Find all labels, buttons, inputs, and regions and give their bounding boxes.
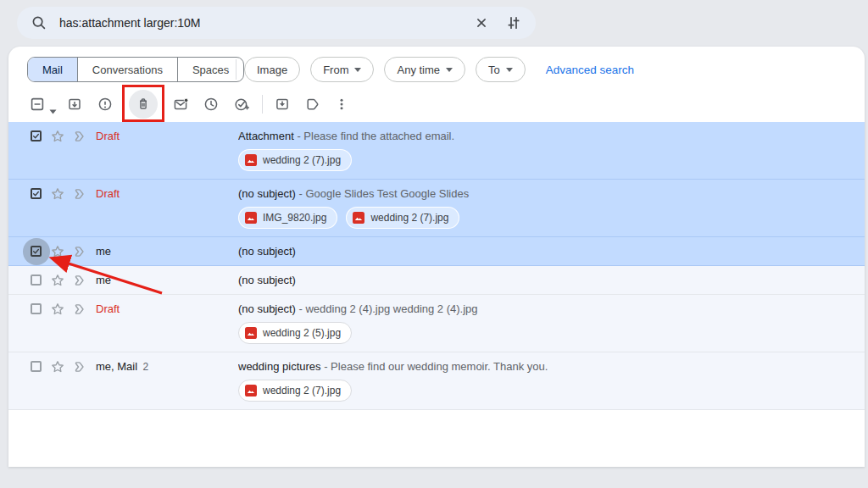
star-icon[interactable] bbox=[49, 272, 66, 289]
attachment-chips: wedding 2 (7).jpg bbox=[238, 380, 352, 402]
delete-button[interactable] bbox=[129, 90, 158, 119]
search-bar[interactable]: has:attachment larger:10M bbox=[17, 7, 536, 39]
email-list: DraftAttachment - Please find the attach… bbox=[8, 122, 865, 410]
star-icon[interactable] bbox=[49, 243, 66, 260]
row-sender: Draft bbox=[96, 122, 236, 151]
row-subject-line: wedding pictures - Please find our weddi… bbox=[238, 352, 853, 381]
result-tab-spaces[interactable]: Spaces bbox=[177, 58, 243, 81]
email-row[interactable]: Draft(no subject) - Google Slides Test G… bbox=[8, 180, 865, 237]
attachment-chip[interactable]: wedding 2 (5).jpg bbox=[238, 322, 352, 344]
list-toolbar bbox=[8, 87, 865, 121]
attachment-chips: wedding 2 (7).jpg bbox=[238, 149, 352, 171]
row-subject-line: (no subject) bbox=[238, 266, 853, 295]
attachment-chip[interactable]: wedding 2 (7).jpg bbox=[346, 207, 459, 229]
subject-text: (no subject) bbox=[238, 274, 296, 286]
filter-chip-image[interactable]: Image bbox=[244, 57, 300, 82]
sender-name: me bbox=[96, 245, 111, 258]
snippet-text: - Please find our wedding memoir. Thank … bbox=[321, 360, 548, 373]
result-tab-mail[interactable]: Mail bbox=[28, 58, 77, 81]
row-sender: me bbox=[96, 237, 236, 266]
subject-text: (no subject) bbox=[238, 187, 296, 200]
chevron-down-icon bbox=[446, 68, 453, 72]
importance-marker-icon[interactable] bbox=[72, 358, 89, 375]
email-row[interactable]: me(no subject) bbox=[8, 237, 865, 266]
sender-name: me, Mail bbox=[96, 360, 137, 373]
email-row[interactable]: Draft(no subject) - wedding 2 (4).jpg we… bbox=[8, 295, 865, 352]
archive-button[interactable] bbox=[61, 91, 88, 118]
importance-marker-icon[interactable] bbox=[72, 272, 89, 289]
archive-icon bbox=[66, 96, 83, 113]
row-checkbox[interactable] bbox=[31, 246, 42, 257]
subject-text: Attachment bbox=[238, 130, 294, 142]
importance-marker-icon[interactable] bbox=[72, 243, 89, 260]
clock-icon bbox=[203, 96, 220, 113]
image-attachment-icon bbox=[353, 212, 364, 224]
attachment-name: IMG_9820.jpg bbox=[263, 212, 326, 224]
trash-icon bbox=[135, 96, 152, 113]
row-subject-line: (no subject) - wedding 2 (4).jpg wedding… bbox=[238, 295, 853, 324]
filter-chip-label: To bbox=[488, 64, 500, 76]
alert-circle-icon bbox=[97, 96, 114, 113]
email-row[interactable]: DraftAttachment - Please find the attach… bbox=[8, 122, 865, 180]
row-checkbox[interactable] bbox=[31, 130, 42, 141]
subject-text: (no subject) bbox=[238, 302, 296, 315]
result-type-tabs-row: MailConversationsSpaces ImageFromAny tim… bbox=[8, 57, 865, 82]
checkbox-indeterminate-icon bbox=[29, 96, 46, 113]
importance-marker-icon[interactable] bbox=[72, 128, 89, 145]
filter-chip-to[interactable]: To bbox=[476, 57, 526, 82]
filter-chip-any-time[interactable]: Any time bbox=[384, 57, 465, 82]
row-checkbox[interactable] bbox=[31, 303, 42, 314]
snippet-text: - Google Slides Test Google Slides bbox=[296, 187, 469, 200]
subject-text: wedding pictures bbox=[238, 360, 321, 373]
sender-name: Draft bbox=[96, 187, 120, 200]
result-type-segmented-control: MailConversationsSpaces bbox=[27, 57, 244, 82]
labels-button[interactable] bbox=[299, 91, 326, 118]
chevron-down-icon bbox=[506, 68, 513, 72]
label-tag-icon bbox=[304, 96, 321, 113]
search-icon bbox=[29, 13, 49, 33]
row-sender: me, Mail 2 bbox=[96, 352, 236, 381]
filter-chip-label: From bbox=[323, 64, 348, 76]
row-checkbox[interactable] bbox=[31, 361, 42, 372]
row-subject-line: (no subject) - Google Slides Test Google… bbox=[238, 180, 853, 208]
search-options-tune-icon[interactable] bbox=[504, 13, 524, 33]
snooze-button[interactable] bbox=[198, 91, 225, 118]
select-all-button[interactable] bbox=[24, 91, 51, 118]
move-to-button[interactable] bbox=[269, 91, 296, 118]
attachment-name: wedding 2 (7).jpg bbox=[263, 385, 341, 396]
attachment-name: wedding 2 (5).jpg bbox=[263, 327, 341, 339]
importance-marker-icon[interactable] bbox=[72, 186, 89, 202]
report-spam-button[interactable] bbox=[92, 91, 119, 118]
importance-marker-icon[interactable] bbox=[72, 301, 89, 318]
row-checkbox[interactable] bbox=[31, 274, 42, 286]
snippet-text: - Please find the attached email. bbox=[294, 130, 454, 142]
image-attachment-icon bbox=[245, 327, 257, 339]
filter-chip-from[interactable]: From bbox=[310, 57, 374, 82]
star-icon[interactable] bbox=[49, 358, 66, 375]
email-row[interactable]: me(no subject) bbox=[8, 266, 865, 295]
star-icon[interactable] bbox=[49, 301, 66, 318]
chevron-down-icon bbox=[354, 68, 361, 72]
row-sender: Draft bbox=[96, 180, 236, 208]
email-row[interactable]: me, Mail 2wedding pictures - Please find… bbox=[8, 352, 865, 410]
attachment-chip[interactable]: IMG_9820.jpg bbox=[238, 207, 337, 229]
attachment-name: wedding 2 (7).jpg bbox=[370, 212, 448, 224]
star-icon[interactable] bbox=[49, 128, 66, 145]
mark-unread-button[interactable] bbox=[167, 91, 194, 118]
search-input[interactable]: has:attachment larger:10M bbox=[59, 16, 471, 30]
tabs-filters-divider bbox=[236, 59, 236, 80]
more-button[interactable] bbox=[328, 91, 355, 118]
star-icon[interactable] bbox=[49, 186, 66, 202]
row-checkbox[interactable] bbox=[31, 188, 42, 199]
attachment-chip[interactable]: wedding 2 (7).jpg bbox=[238, 149, 352, 171]
row-sender: Draft bbox=[96, 295, 236, 324]
clear-search-icon[interactable] bbox=[471, 13, 492, 33]
advanced-search-link[interactable]: Advanced search bbox=[546, 64, 634, 76]
search-filter-chips: ImageFromAny timeToAdvanced search bbox=[244, 57, 634, 82]
row-sender: me bbox=[96, 266, 236, 295]
add-to-tasks-button[interactable] bbox=[228, 91, 255, 118]
select-dropdown-caret-icon[interactable] bbox=[49, 103, 57, 118]
result-tab-conversations[interactable]: Conversations bbox=[77, 58, 177, 81]
attachment-chip[interactable]: wedding 2 (7).jpg bbox=[238, 380, 352, 402]
gmail-search-results-page: has:attachment larger:10M MailConversati… bbox=[0, 0, 868, 488]
